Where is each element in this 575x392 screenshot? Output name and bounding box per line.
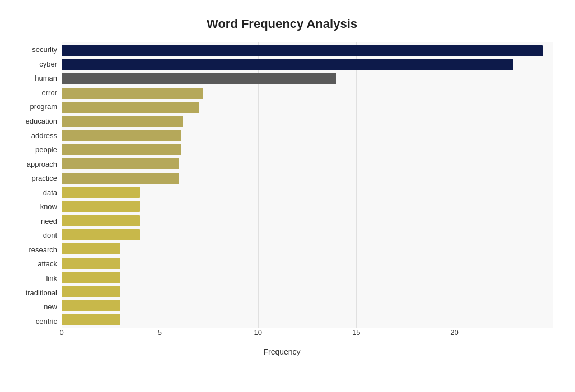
- y-label-attack: attack: [11, 257, 62, 271]
- bar-cyber: [62, 59, 513, 70]
- bar-row-approach: [62, 157, 553, 171]
- y-label-centric: centric: [11, 314, 62, 328]
- bar-row-know: [62, 200, 553, 213]
- bar-people: [62, 144, 181, 155]
- bar-row-address: [62, 129, 553, 143]
- bar-error: [62, 88, 203, 99]
- bar-practice: [62, 173, 179, 184]
- x-tick-10: 10: [254, 328, 262, 337]
- bar-attack: [62, 258, 120, 269]
- bar-row-human: [62, 72, 553, 86]
- y-label-data: data: [11, 185, 62, 200]
- bar-program: [62, 102, 199, 113]
- x-tick-20: 20: [450, 328, 458, 337]
- y-label-link: link: [11, 271, 62, 286]
- bar-know: [62, 201, 140, 212]
- bar-link: [62, 272, 120, 283]
- y-label-research: research: [11, 243, 62, 257]
- chart-area: securitycyberhumanerrorprogrameducationa…: [11, 42, 553, 345]
- bars-section: securitycyberhumanerrorprogrameducationa…: [11, 42, 553, 345]
- bar-security: [62, 45, 543, 56]
- x-tick-15: 15: [352, 328, 360, 337]
- bar-row-attack: [62, 257, 553, 270]
- bar-address: [62, 130, 181, 141]
- bar-row-centric: [62, 313, 553, 327]
- x-tick-0: 0: [59, 328, 63, 337]
- y-label-error: error: [11, 86, 62, 100]
- bar-row-data: [62, 186, 553, 199]
- y-label-traditional: traditional: [11, 285, 62, 300]
- bar-row-error: [62, 87, 553, 100]
- x-axis-title: Frequency: [11, 347, 553, 356]
- y-label-need: need: [11, 214, 62, 229]
- y-label-address: address: [11, 128, 62, 143]
- y-label-people: people: [11, 143, 62, 157]
- bar-row-link: [62, 271, 553, 284]
- bar-row-practice: [62, 172, 553, 185]
- bars-and-grid: 05101520: [62, 42, 553, 345]
- bar-row-education: [62, 115, 553, 128]
- bars-wrapper: [62, 42, 553, 328]
- chart-title: Word Frequency Analysis: [11, 11, 553, 31]
- y-label-new: new: [11, 300, 62, 314]
- bar-education: [62, 116, 183, 127]
- y-label-cyber: cyber: [11, 57, 62, 72]
- bar-row-traditional: [62, 285, 553, 299]
- bar-row-need: [62, 214, 553, 228]
- bar-row-program: [62, 101, 553, 114]
- y-label-approach: approach: [11, 157, 62, 171]
- bar-new: [62, 300, 120, 311]
- bar-row-cyber: [62, 58, 553, 72]
- bar-row-research: [62, 242, 553, 256]
- y-label-program: program: [11, 100, 62, 114]
- x-tick-5: 5: [158, 328, 162, 337]
- bar-research: [62, 243, 120, 254]
- y-label-security: security: [11, 42, 62, 57]
- bar-row-new: [62, 299, 553, 313]
- x-axis-labels: 05101520: [62, 328, 553, 345]
- bar-need: [62, 215, 140, 226]
- bar-data: [62, 187, 140, 198]
- y-label-human: human: [11, 71, 62, 86]
- bar-traditional: [62, 286, 120, 297]
- y-labels: securitycyberhumanerrorprogrameducationa…: [11, 42, 62, 345]
- bar-human: [62, 73, 336, 84]
- bar-row-people: [62, 143, 553, 157]
- y-label-know: know: [11, 200, 62, 214]
- bar-centric: [62, 314, 120, 325]
- chart-container: Word Frequency Analysis securitycyberhum…: [0, 0, 575, 392]
- y-label-practice: practice: [11, 171, 62, 186]
- bar-row-security: [62, 44, 553, 58]
- y-label-education: education: [11, 114, 62, 129]
- bar-row-dont: [62, 228, 553, 242]
- bar-dont: [62, 229, 140, 240]
- bar-approach: [62, 158, 179, 169]
- y-label-dont: dont: [11, 228, 62, 243]
